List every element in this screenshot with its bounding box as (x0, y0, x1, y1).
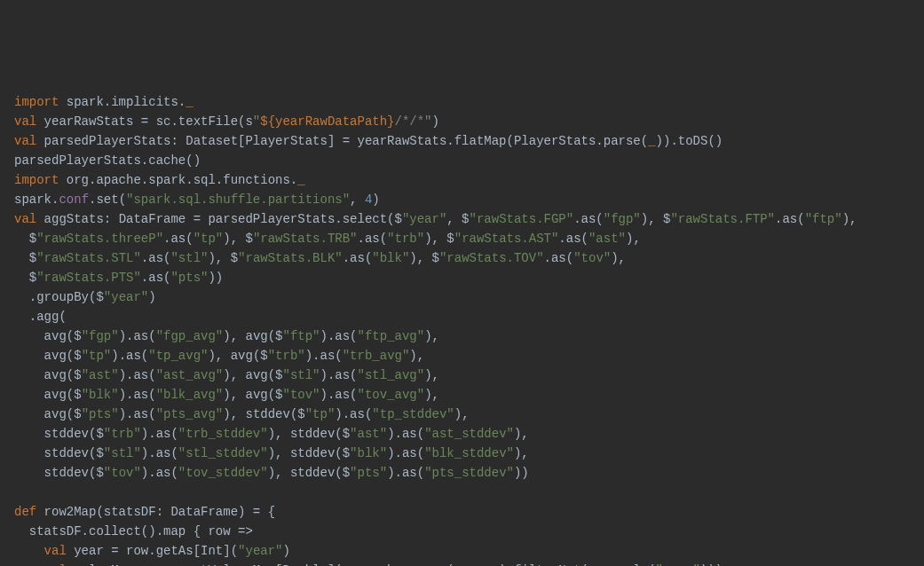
code-token: spark.implicits. (67, 95, 186, 109)
code-token: ] = yearRawStats.flatMap( (328, 134, 514, 148)
code-token: ).as( (119, 368, 156, 382)
code-token: "tov" (104, 466, 141, 480)
code-token: .groupBy($ (14, 290, 104, 304)
code-token: "fgp" (82, 329, 119, 343)
code-token: ).as( (141, 427, 178, 441)
code-token: )).toDS() (656, 134, 723, 148)
code-token: "ast" (588, 232, 626, 246)
code-token: = parsedPlayerStats.select($ (186, 212, 402, 226)
code-block: import spark.implicits._val yearRawStats… (14, 92, 910, 566)
code-token: ).as( (387, 427, 424, 441)
code-token: "pts" (170, 271, 208, 285)
code-token: "stl" (170, 251, 208, 265)
code-token: ), stddev($ (268, 466, 350, 480)
code-token: "pts" (82, 407, 119, 421)
code-token: spark. (14, 193, 59, 207)
code-token: "trb" (104, 427, 141, 441)
code-line: import spark.implicits._ (14, 92, 910, 112)
code-token: "ftp_avg" (358, 329, 425, 343)
code-line: def row2Map(statsDF: DataFrame) = { (14, 502, 910, 522)
code-line: $"rawStats.STL".as("stl"), $"rawStats.BL… (14, 248, 910, 268)
code-token: .parse( (596, 134, 648, 148)
code-token: val (44, 544, 75, 558)
code-token: ), $ (223, 232, 253, 246)
code-token: ).as( (335, 407, 372, 421)
code-token: ), $ (641, 212, 671, 226)
code-token: ), (409, 349, 424, 363)
code-token: = (141, 114, 156, 129)
code-token: "blk_avg" (156, 388, 224, 402)
code-token: DataFrame (119, 212, 186, 226)
code-line: avg($"fgp").as("fgp_avg"), avg($"ftp").a… (14, 326, 910, 346)
code-token: ), (626, 232, 641, 246)
code-token: "trb_stddev" (178, 427, 268, 441)
code-token: aggStats: (44, 212, 119, 226)
code-token: ), (611, 251, 626, 265)
code-token: stddev($ (14, 427, 104, 441)
code-line: spark.conf.set("spark.sql.shuffle.partit… (14, 190, 910, 209)
code-token: ), stddev($ (268, 446, 350, 460)
code-token: "stl_stddev" (178, 446, 268, 460)
code-token: avg($ (14, 329, 82, 343)
code-token: Dataset (186, 134, 238, 148)
code-token: ).as( (111, 349, 148, 363)
code-token: ${yearRawDataPath} (260, 114, 394, 129)
code-token: sc.textFile(s (156, 114, 253, 129)
code-line: avg($"pts").as("pts_avg"), stddev($"tp")… (14, 405, 910, 424)
code-token: avg($ (14, 368, 82, 382)
code-token: ), $ (424, 232, 454, 246)
code-line: import org.apache.spark.sql.functions._ (14, 170, 910, 190)
code-token: "year" (104, 290, 148, 304)
code-token: ), (842, 212, 857, 226)
code-token: ).as( (305, 349, 343, 363)
code-token: conf (59, 193, 89, 207)
code-token: "tov" (573, 251, 611, 265)
code-token: ).as( (119, 329, 156, 343)
code-token: /*/*" (395, 114, 432, 129)
code-token: ).as( (141, 466, 178, 480)
code-token: ).as( (387, 446, 424, 460)
code-token: yearRawStats (44, 114, 141, 129)
code-line: .groupBy($"year") (14, 287, 910, 307)
code-token: row2Map(statsDF: (44, 505, 171, 519)
code-token: "fgp" (604, 212, 641, 226)
code-token: "pts_avg" (156, 407, 224, 421)
code-token: $ (14, 271, 36, 285)
code-token: .as( (775, 212, 805, 226)
code-token: def (14, 505, 44, 519)
code-token: "trb" (268, 349, 305, 363)
code-line: stddev($"tov").as("tov_stddev"), stddev(… (14, 463, 910, 483)
code-token: avg($ (14, 407, 82, 421)
code-token: .as( (358, 232, 388, 246)
code-token: "tov" (283, 388, 320, 402)
code-token: stddev($ (14, 466, 104, 480)
code-token: "ast" (350, 427, 387, 441)
code-line: parsedPlayerStats.cache() (14, 151, 910, 170)
code-token: ), (514, 427, 529, 441)
code-token: ).as( (119, 388, 156, 402)
code-token: , $ (446, 212, 469, 226)
code-token: "ast_stddev" (424, 427, 514, 441)
code-token: _ (297, 173, 304, 187)
code-token: "blk" (372, 251, 409, 265)
code-token: "rawStats.TRB" (253, 232, 358, 246)
code-token: import (14, 95, 67, 109)
code-token: org.apache.spark.sql.functions. (67, 173, 297, 187)
code-token: .as( (573, 212, 604, 226)
code-token: .as( (343, 251, 373, 265)
code-token: ), (424, 388, 439, 402)
code-line (14, 483, 910, 502)
code-token: ).as( (387, 466, 424, 480)
code-token: ), avg($ (208, 349, 267, 363)
code-token: "fgp_avg" (156, 329, 224, 343)
code-token: ), $ (409, 251, 439, 265)
code-token: "rawStats.BLK" (238, 251, 343, 265)
code-token: .as( (544, 251, 574, 265)
code-token: _ (186, 95, 193, 109)
code-token: DataFrame (170, 505, 238, 519)
code-token: avg($ (14, 349, 82, 363)
code-token: "spark.sql.shuffle.partitions" (126, 193, 350, 207)
code-token: ), $ (208, 251, 238, 265)
code-line: stddev($"stl").as("stl_stddev"), stddev(… (14, 444, 910, 463)
code-token: "tp" (305, 407, 336, 421)
